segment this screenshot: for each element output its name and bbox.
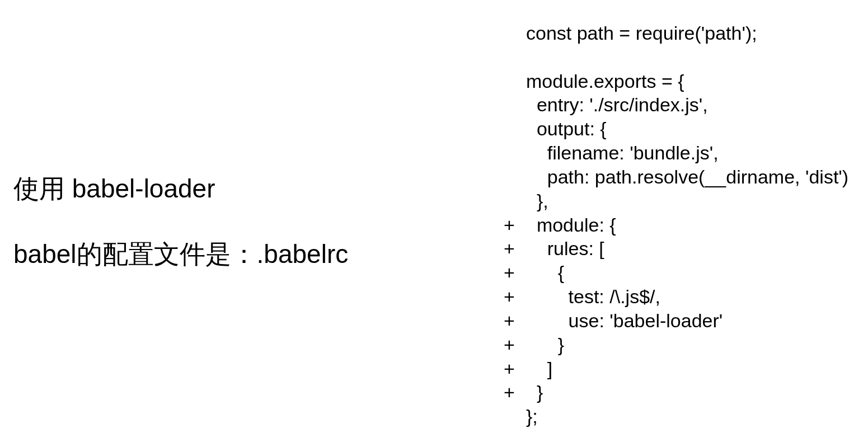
code-line: }, (504, 189, 862, 213)
code-text: use: 'babel-loader' (526, 310, 722, 331)
code-text: output: { (526, 118, 607, 139)
code-block: const path = require('path'); module.exp… (504, 21, 862, 429)
code-text: module.exports = { (526, 70, 684, 92)
code-line: }; (504, 404, 862, 429)
code-text: } (526, 382, 543, 403)
heading-babelrc: babel的配置文件是：.babelrc (13, 239, 416, 270)
diff-prefix: + (504, 213, 526, 237)
code-text: entry: './src/index.js', (526, 94, 708, 115)
code-line: + { (504, 261, 862, 285)
code-text: ] (526, 358, 552, 379)
code-line: path: path.resolve(__dirname, 'dist') (504, 165, 862, 189)
diff-prefix: + (504, 309, 526, 333)
code-text: module: { (526, 214, 616, 236)
code-line: + test: /\.js$/, (504, 285, 862, 309)
diff-prefix: + (504, 261, 526, 285)
slide-text-block: 使用 babel-loader babel的配置文件是：.babelrc (13, 173, 416, 270)
code-line: + module: { (504, 213, 862, 237)
code-line: + use: 'babel-loader' (504, 309, 862, 333)
heading-babel-loader: 使用 babel-loader (13, 173, 416, 204)
diff-prefix: + (504, 357, 526, 381)
code-line: module.exports = { (504, 69, 862, 93)
code-text: } (526, 334, 564, 355)
diff-prefix: + (504, 380, 526, 404)
code-text: rules: [ (526, 238, 604, 259)
code-text: const path = require('path'); (526, 22, 757, 44)
code-text: }, (526, 190, 548, 211)
code-line: filename: 'bundle.js', (504, 141, 862, 165)
code-line (504, 45, 862, 69)
code-text: }; (526, 406, 538, 427)
code-text: path: path.resolve(__dirname, 'dist') (526, 166, 848, 187)
code-line: output: { (504, 117, 862, 141)
diff-prefix: + (504, 237, 526, 261)
code-line: const path = require('path'); (504, 21, 862, 45)
code-line: + } (504, 380, 862, 404)
code-line: + } (504, 333, 862, 357)
code-text: test: /\.js$/, (526, 286, 660, 307)
code-text: filename: 'bundle.js', (526, 142, 719, 163)
code-line: entry: './src/index.js', (504, 93, 862, 117)
code-line: + rules: [ (504, 237, 862, 261)
diff-prefix: + (504, 285, 526, 309)
diff-prefix: + (504, 333, 526, 357)
code-text: { (526, 262, 564, 283)
code-line: + ] (504, 357, 862, 381)
